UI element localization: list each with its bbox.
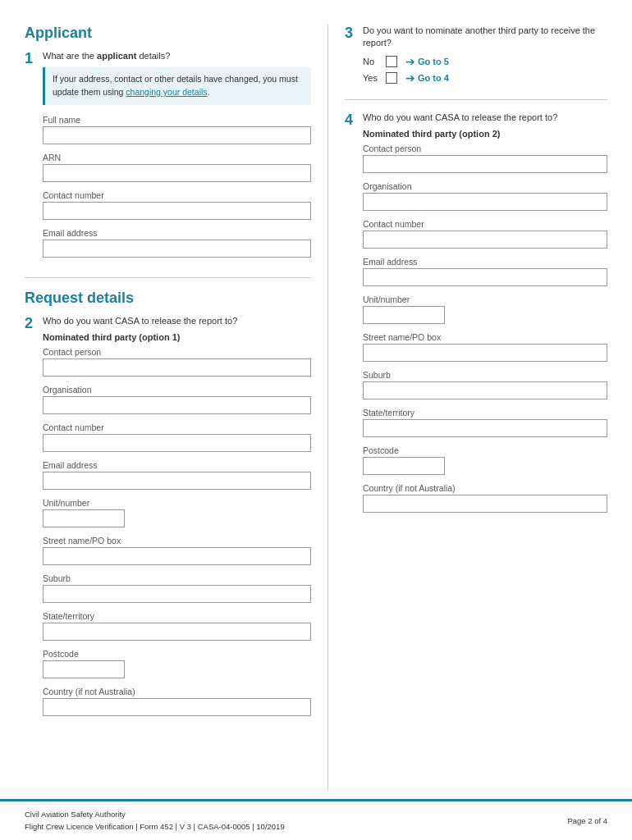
applicant-heading: Applicant [25,25,311,42]
arn-input[interactable] [43,164,311,182]
arrow-right2-icon: ➔ [405,71,415,84]
goto4-link[interactable]: Go to 4 [418,73,449,83]
postcode-group: Postcode [43,649,311,678]
footer-right: Page 2 of 4 [567,816,607,825]
r-organisation-group: Organisation [363,181,607,211]
street-name-input[interactable] [43,547,311,565]
r-contact-person-input[interactable] [363,155,607,173]
r-state-input[interactable] [363,419,607,437]
email-label: Email address [43,228,311,238]
email-address-group: Email address [43,228,311,258]
unit-number-label: Unit/number [43,498,311,508]
email2-label: Email address [43,460,311,470]
postcode-label: Postcode [43,649,311,659]
country-label: Country (if not Australia) [43,687,311,696]
country-input[interactable] [43,698,311,716]
q2-number: 2 [25,315,43,724]
r-state-label: State/territory [363,408,607,418]
r-suburb-input[interactable] [363,381,607,399]
contact-number-group: Contact number [43,190,311,220]
r-street-group: Street name/PO box [363,332,607,362]
full-name-group: Full name [43,115,311,144]
postcode-input[interactable] [43,660,125,678]
country-group: Country (if not Australia) [43,687,311,716]
q3-text: Do you want to nominate another third pa… [363,25,607,50]
state-group: State/territory [43,611,311,641]
r-contact-number-label: Contact number [363,219,607,229]
q3-content: Do you want to nominate another third pa… [363,25,607,88]
r-state-group: State/territory [363,408,607,437]
page-container: Applicant 1 What are the applicant detai… [0,0,632,840]
unit-number-input[interactable] [43,509,125,527]
r-unit-input[interactable] [363,306,445,324]
q1-content: What are the applicant details? If your … [43,50,311,266]
q3-number: 3 [345,25,363,88]
full-name-label: Full name [43,115,311,125]
contact-number-input[interactable] [43,202,311,220]
contact-person-input[interactable] [43,358,311,377]
r-street-input[interactable] [363,344,607,362]
changing-details-link[interactable]: changing your details [126,87,207,97]
footer-left: Civil Aviation Safety Authority Flight C… [25,809,285,833]
yes-goto: ➔ Go to 4 [405,71,449,84]
main-content: Applicant 1 What are the applicant detai… [25,25,607,791]
organisation-group: Organisation [43,385,311,414]
email2-input[interactable] [43,472,311,490]
q1-number: 1 [25,50,43,266]
arn-label: ARN [43,153,311,162]
r-country-group: Country (if not Australia) [363,483,607,513]
q2-subsection: Nominated third party (option 1) [43,332,311,342]
r-suburb-label: Suburb [363,370,607,380]
goto5-link[interactable]: Go to 5 [418,57,449,66]
q2-content: Who do you want CASA to release the repo… [43,315,311,724]
q1-text: What are the applicant details? [43,50,311,62]
q4-subsection: Nominated third party (option 2) [363,129,607,139]
question-4-row: 4 Who do you want CASA to release the re… [345,112,607,521]
footer: Civil Aviation Safety Authority Flight C… [0,799,632,840]
request-heading: Request details [25,290,311,307]
full-name-input[interactable] [43,126,311,144]
suburb-input[interactable] [43,585,311,603]
contact-number2-label: Contact number [43,422,311,432]
unit-number-group: Unit/number [43,498,311,527]
question-3-row: 3 Do you want to nominate another third … [345,25,607,88]
no-label: No [363,57,386,66]
footer-line1: Civil Aviation Safety Authority [25,809,285,820]
yes-goto-row: Yes ➔ Go to 4 [363,71,607,84]
q2-text: Who do you want CASA to release the repo… [43,315,311,327]
no-checkbox[interactable] [386,56,397,67]
yes-checkbox[interactable] [386,72,397,84]
state-input[interactable] [43,623,311,641]
question-2-row: 2 Who do you want CASA to release the re… [25,315,311,724]
q1-bold: applicant [97,51,136,61]
r-email-input[interactable] [363,268,607,286]
r-postcode-input[interactable] [363,457,445,475]
arn-group: ARN [43,153,311,182]
divider-right [345,99,607,100]
r-organisation-input[interactable] [363,193,607,211]
no-goto-row: No ➔ Go to 5 [363,55,607,68]
contact-number2-group: Contact number [43,422,311,452]
page-info: Page 2 of 4 [567,816,607,825]
divider-1 [25,277,311,278]
r-country-input[interactable] [363,495,607,513]
r-email-label: Email address [363,257,607,267]
organisation-label: Organisation [43,385,311,395]
yes-label: Yes [363,73,386,83]
question-1-row: 1 What are the applicant details? If you… [25,50,311,266]
no-goto: ➔ Go to 5 [405,55,449,68]
contact-person-label: Contact person [43,347,311,357]
r-unit-group: Unit/number [363,294,607,324]
q4-content: Who do you want CASA to release the repo… [363,112,607,521]
contact-number2-input[interactable] [43,434,311,452]
r-organisation-label: Organisation [363,181,607,191]
contact-person-group: Contact person [43,347,311,377]
r-unit-label: Unit/number [363,294,607,304]
r-country-label: Country (if not Australia) [363,483,607,493]
arrow-right-icon: ➔ [405,55,415,68]
email-input[interactable] [43,240,311,258]
organisation-input[interactable] [43,396,311,414]
r-contact-number-input[interactable] [363,231,607,249]
r-street-label: Street name/PO box [363,332,607,342]
q4-text: Who do you want CASA to release the repo… [363,112,607,124]
